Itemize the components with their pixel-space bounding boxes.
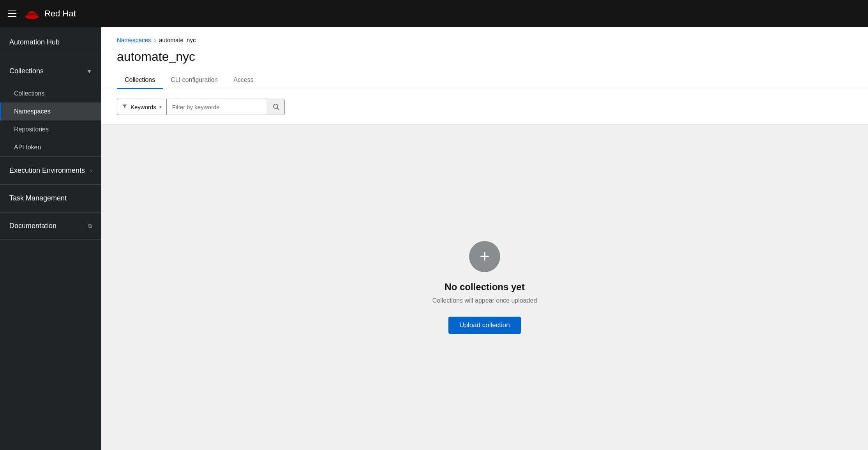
plus-icon: + — [480, 248, 490, 265]
hamburger-menu[interactable] — [8, 11, 16, 17]
empty-state-subtitle: Collections will appear once uploaded — [432, 297, 537, 304]
empty-state-icon-circle: + — [469, 241, 500, 272]
chevron-right-icon: › — [90, 168, 92, 174]
empty-state-title: No collections yet — [445, 282, 524, 292]
chevron-down-icon: ▼ — [86, 68, 92, 74]
redhat-logo-icon — [24, 8, 40, 19]
svg-line-4 — [277, 108, 279, 110]
sidebar: Automation Hub Collections ▼ Collections… — [0, 27, 101, 450]
sidebar-item-api-token[interactable]: API token — [0, 138, 101, 156]
sidebar-item-collections[interactable]: Collections — [0, 85, 101, 103]
tab-access[interactable]: Access — [226, 72, 261, 89]
content-area: Namespaces › automate_nyc automate_nyc C… — [101, 27, 868, 450]
collections-section-label: Collections — [9, 67, 44, 75]
search-button[interactable] — [268, 99, 285, 115]
breadcrumb-namespaces-link[interactable]: Namespaces — [117, 37, 151, 43]
filter-icon — [122, 104, 127, 110]
external-link-icon: ⧉ — [88, 223, 92, 229]
breadcrumb-separator: › — [154, 37, 156, 43]
keyword-label: Keywords — [131, 104, 156, 110]
page-tabs: Collections CLI configuration Access — [117, 72, 852, 89]
filter-bar: Keywords ▾ — [101, 89, 868, 125]
sidebar-item-documentation[interactable]: Documentation ⧉ — [0, 212, 101, 239]
content-header: Namespaces › automate_nyc automate_nyc C… — [101, 27, 868, 89]
search-input[interactable] — [166, 99, 268, 115]
upload-collection-button[interactable]: Upload collection — [448, 317, 520, 334]
breadcrumb-current: automate_nyc — [159, 37, 196, 43]
topbar: Red Hat — [0, 0, 868, 27]
brand-name: Red Hat — [44, 9, 76, 19]
sidebar-item-automation-hub[interactable]: Automation Hub — [0, 27, 101, 56]
keyword-filter-dropdown[interactable]: Keywords ▾ — [117, 99, 166, 115]
search-icon — [273, 103, 280, 110]
tab-collections[interactable]: Collections — [117, 72, 163, 89]
sidebar-collections-header[interactable]: Collections ▼ — [0, 56, 101, 85]
svg-point-2 — [29, 11, 35, 16]
sidebar-item-namespaces[interactable]: Namespaces — [0, 103, 101, 120]
logo: Red Hat — [24, 8, 76, 19]
sidebar-item-task-management[interactable]: Task Management — [0, 184, 101, 212]
automation-hub-label: Automation Hub — [9, 38, 60, 46]
sidebar-item-execution-environments[interactable]: Execution Environments › — [0, 157, 101, 184]
main-layout: Automation Hub Collections ▼ Collections… — [0, 27, 868, 450]
empty-state: + No collections yet Collections will ap… — [101, 125, 868, 450]
tab-cli-configuration[interactable]: CLI configuration — [163, 72, 226, 89]
page-title: automate_nyc — [117, 50, 852, 64]
breadcrumb: Namespaces › automate_nyc — [117, 37, 852, 43]
sidebar-item-repositories[interactable]: Repositories — [0, 120, 101, 138]
caret-down-icon: ▾ — [159, 105, 162, 110]
